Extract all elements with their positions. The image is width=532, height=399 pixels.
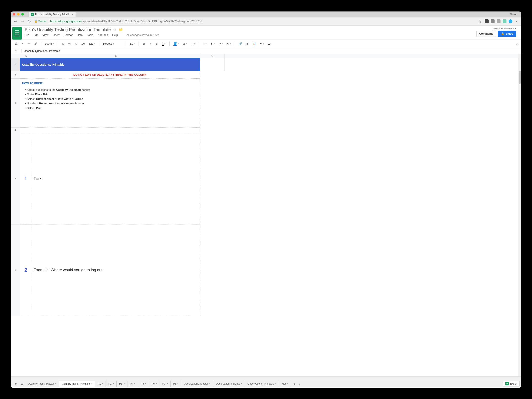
share-button[interactable]: 🔒Share [498,31,516,37]
cell-b6[interactable]: Example: Where would you go to log out [32,224,200,316]
wrap-button[interactable]: ↩▾ [217,41,224,46]
zoom-select[interactable]: 100%▾ [44,41,55,46]
extension-icon[interactable] [497,19,500,23]
fill-color-button[interactable]: 🪣▾ [172,41,180,47]
menu-help[interactable]: Help [112,33,118,37]
menu-edit[interactable]: Edit [33,33,38,37]
chevron-down-icon[interactable]: ▾ [275,383,276,385]
collapse-toolbar-icon[interactable]: ᐱ [516,42,518,45]
sheet-tab[interactable]: P6▾ [149,381,160,387]
cell-c2[interactable] [200,71,225,79]
redo-icon[interactable]: ↷ [27,41,32,46]
v-align-button[interactable]: ⬍▾ [209,41,216,46]
window-zoom-button[interactable] [21,13,24,16]
cell-a5[interactable]: 1 [20,133,32,224]
sheet-tab[interactable]: Usability Tasks: Printable▾ [59,381,95,387]
cell-a3[interactable]: HOW TO PRINT: Add all questions to the U… [20,79,200,128]
chevron-down-icon[interactable]: ▾ [156,383,157,385]
text-color-button[interactable]: A▾ [160,41,167,47]
window-close-button[interactable] [13,13,15,16]
cell-c3[interactable] [200,79,225,128]
cell-a6[interactable]: 2 [20,224,32,316]
h-align-button[interactable]: ≡▾ [202,41,208,46]
chevron-down-icon[interactable]: ▾ [209,383,210,385]
menu-tools[interactable]: Tools [87,33,93,37]
row-header[interactable]: 5 [11,133,20,224]
chevron-down-icon[interactable]: ▾ [134,383,135,385]
all-sheets-button[interactable]: ≡ [19,380,25,387]
sheet-tab[interactable]: P5▾ [138,381,149,387]
cell-a2[interactable]: DO NOT EDIT OR DELETE ANYTHING IN THIS C… [20,71,200,79]
currency-icon[interactable]: $ [60,41,66,46]
column-header-a[interactable]: A [20,54,32,58]
chart-icon[interactable]: 📊 [251,41,257,46]
formula-input[interactable]: Usability Questions: Printable [22,49,521,53]
sheets-logo-icon[interactable] [12,27,22,40]
chevron-down-icon[interactable]: ▾ [145,383,146,385]
row-header[interactable]: 4 [11,128,20,133]
sheet-tab[interactable]: P3▾ [117,381,127,387]
scroll-tabs-right-icon[interactable]: ▸ [297,381,303,387]
account-email[interactable]: allie@pixotech.com [493,27,514,30]
row-header[interactable]: 2 [11,71,20,79]
bold-button[interactable]: B [141,41,146,46]
sheet-tab[interactable]: P7▾ [160,381,171,387]
sheet-tab[interactable]: P8▾ [171,381,182,387]
row-header[interactable]: 1 [11,58,20,71]
chevron-down-icon[interactable]: ▾ [241,383,242,385]
font-size-select[interactable]: 11▾ [128,41,136,46]
spreadsheet-grid[interactable]: A B C 1 Usability Questions: Printable [11,54,521,376]
sheet-tab[interactable]: P4▾ [127,381,138,387]
browser-tab[interactable]: ▦ Pixo's Usability Testing Prioriti × [29,12,76,17]
chevron-down-icon[interactable]: ▾ [91,383,92,385]
chevron-down-icon[interactable]: ▾ [167,383,168,385]
menu-addons[interactable]: Add-ons [98,33,108,37]
extension-icon[interactable] [509,19,513,23]
back-button[interactable]: ← [13,19,18,24]
cell-b5[interactable]: Task [32,133,200,224]
cell-c6[interactable] [200,224,225,316]
reload-button[interactable]: ⟳ [28,19,31,24]
chevron-down-icon[interactable]: ▾ [124,383,125,385]
column-header-b[interactable]: B [32,54,200,58]
rotate-button[interactable]: ⟲▾ [225,41,232,46]
chevron-down-icon[interactable]: ▾ [177,383,178,385]
scroll-tabs-left-icon[interactable]: ◂ [291,381,297,387]
explore-button[interactable]: ✦ Explor [503,381,520,387]
select-all-corner[interactable] [11,54,20,58]
chevron-down-icon[interactable]: ▾ [113,383,114,385]
add-sheet-button[interactable]: + [12,380,19,387]
strikethrough-button[interactable]: S [154,41,159,46]
undo-icon[interactable]: ↶ [20,41,25,46]
browser-menu-icon[interactable]: ⋮ [514,19,519,24]
menu-insert[interactable]: Insert [53,33,60,37]
sheet-tab[interactable]: Observations: Master▾ [181,381,213,387]
forward-button[interactable]: → [20,19,25,24]
chevron-down-icon[interactable]: ▾ [55,383,56,385]
print-icon[interactable]: 🖶 [14,41,19,46]
number-format-select[interactable]: 123▾ [88,41,97,46]
filter-button[interactable]: ▼▾ [258,41,266,46]
cell-c1[interactable] [200,58,225,71]
menu-format[interactable]: Format [64,33,73,37]
cell-c4[interactable] [200,128,225,133]
extension-icon[interactable] [485,19,489,23]
star-icon[interactable]: ☆ [113,28,116,32]
cell-a4[interactable] [20,128,200,133]
merge-button[interactable]: ⬚▾ [189,41,196,46]
link-icon[interactable]: 🔗 [237,41,243,46]
window-minimize-button[interactable] [17,13,19,16]
vertical-scrollbar[interactable] [518,54,521,376]
paint-format-icon[interactable]: 🖌 [33,41,38,46]
chevron-down-icon[interactable]: ▾ [287,383,288,385]
cell-a1[interactable]: Usability Questions: Printable [20,58,200,71]
increase-decimal-icon[interactable]: .00̲ [80,41,86,46]
menu-data[interactable]: Data [77,33,82,37]
bookmark-star-icon[interactable]: ☆ [478,19,482,24]
folder-icon[interactable]: 📁 [119,28,123,32]
url-field[interactable]: 🔒 Secure | https://docs.google.com/sprea… [34,19,475,23]
sheet-tab[interactable]: P1▾ [95,381,106,387]
extension-icon[interactable] [491,19,494,23]
sheet-tab[interactable]: Usability Tasks: Master▾ [25,381,59,387]
decrease-decimal-icon[interactable]: .0̲ [73,41,78,46]
